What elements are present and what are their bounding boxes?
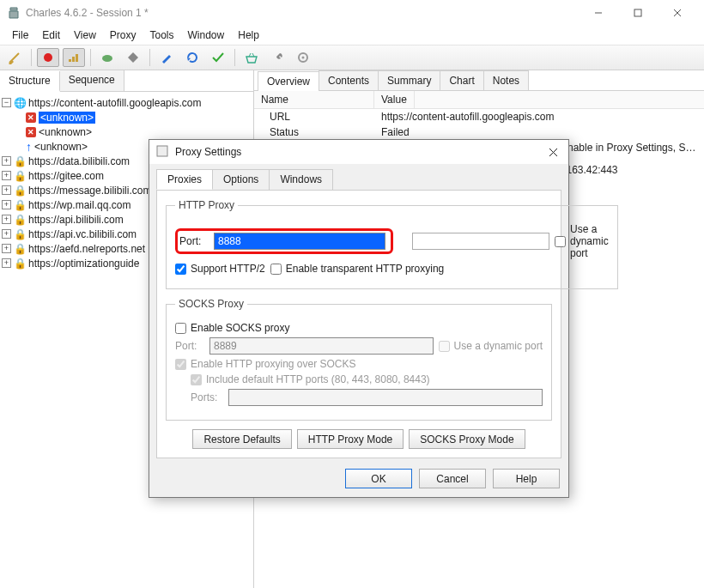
tab-options[interactable]: Options <box>212 169 270 190</box>
tab-structure[interactable]: Structure <box>0 71 60 92</box>
enable-socks-checkbox[interactable]: Enable SOCKS proxy <box>175 322 289 334</box>
http-port-input[interactable] <box>214 233 385 250</box>
menu-bar: File Edit View Proxy Tools Window Help <box>0 26 704 45</box>
error-icon: ✕ <box>26 112 36 123</box>
record-icon[interactable] <box>37 48 59 67</box>
tab-summary[interactable]: Summary <box>378 70 440 90</box>
http2-checkbox[interactable]: Support HTTP/2 <box>175 263 265 275</box>
col-name[interactable]: Name <box>254 91 374 108</box>
error-icon: ✕ <box>26 127 36 137</box>
menu-edit[interactable]: Edit <box>35 27 67 43</box>
socks-ports-label: Ports: <box>191 391 223 403</box>
menu-window[interactable]: Window <box>181 27 232 43</box>
tree-item[interactable]: ✕<unknown> <box>2 110 252 124</box>
lock-icon: 🔒 <box>14 214 26 226</box>
proxy-settings-dialog: Proxy Settings Proxies Options Windows H… <box>149 139 569 498</box>
cancel-button[interactable]: Cancel <box>419 469 486 488</box>
tree-item[interactable]: ✕<unknown> <box>2 124 252 139</box>
port-highlight: Port: <box>175 228 393 254</box>
menu-view[interactable]: View <box>67 27 103 43</box>
http-proxy-mode-button[interactable]: HTTP Proxy Mode <box>297 429 404 449</box>
overview-key: Status <box>254 124 374 140</box>
svg-rect-7 <box>76 54 78 62</box>
tab-chart[interactable]: Chart <box>440 70 483 90</box>
toolbar <box>0 45 704 70</box>
col-value[interactable]: Value <box>374 91 415 108</box>
socks-dynamic-checkbox: Use a dynamic port <box>439 340 543 352</box>
http-port-input-ext[interactable] <box>412 233 549 250</box>
svg-point-4 <box>44 53 52 62</box>
include-default-ports-checkbox: Include default HTTP ports (80, 443, 808… <box>191 373 430 385</box>
overview-value: https://content-autofill.googleapis.com <box>374 109 704 124</box>
svg-rect-6 <box>72 57 75 62</box>
window-title: Charles 4.6.2 - Session 1 * <box>26 7 579 19</box>
close-button[interactable] <box>658 0 697 26</box>
svg-point-8 <box>102 55 112 62</box>
broom-icon[interactable] <box>3 48 26 67</box>
settings-icon[interactable] <box>292 48 314 67</box>
dialog-icon <box>156 145 170 160</box>
menu-tools[interactable]: Tools <box>143 27 181 43</box>
menu-file[interactable]: File <box>5 27 35 43</box>
globe-icon: 🌐 <box>14 97 26 109</box>
tab-contents[interactable]: Contents <box>319 70 379 90</box>
basket-icon[interactable] <box>240 48 263 67</box>
overview-value: Failed <box>374 124 704 140</box>
restore-defaults-button[interactable]: Restore Defaults <box>192 429 291 449</box>
tab-notes[interactable]: Notes <box>483 70 529 90</box>
right-tabs: Overview Contents Summary Chart Notes <box>254 70 704 91</box>
left-tabs: Structure Sequence <box>0 70 253 92</box>
help-button[interactable]: Help <box>493 469 560 488</box>
lock-icon: 🔒 <box>14 155 26 167</box>
tree-root[interactable]: −🌐https://content-autofill.googleapis.co… <box>2 95 252 110</box>
socks-port-input <box>209 337 434 355</box>
pen-icon[interactable] <box>155 48 178 67</box>
http-proxy-legend: HTTP Proxy <box>175 199 238 211</box>
svg-rect-12 <box>157 146 167 156</box>
transparent-checkbox[interactable]: Enable transparent HTTP proxying <box>270 263 445 275</box>
validate-icon[interactable] <box>207 48 229 67</box>
title-bar: Charles 4.6.2 - Session 1 * <box>0 0 704 26</box>
tab-windows[interactable]: Windows <box>269 169 333 190</box>
tab-sequence[interactable]: Sequence <box>60 70 124 91</box>
repeat-icon[interactable] <box>181 48 203 67</box>
socks-proxy-legend: SOCKS Proxy <box>175 298 247 310</box>
lock-icon: 🔒 <box>14 228 26 240</box>
overview-row[interactable]: StatusFailed <box>254 124 704 140</box>
tab-proxies[interactable]: Proxies <box>156 169 213 190</box>
overview-key: URL <box>254 109 374 124</box>
upload-icon: ↑ <box>26 140 32 154</box>
minimize-button[interactable] <box>579 0 618 26</box>
tab-overview[interactable]: Overview <box>258 71 319 91</box>
overview-row[interactable]: URLhttps://content-autofill.googleapis.c… <box>254 109 704 124</box>
maximize-button[interactable] <box>618 0 658 26</box>
svg-marker-9 <box>128 52 138 63</box>
dynamic-port-checkbox[interactable]: Use a dynamic port <box>555 223 609 259</box>
turtle-icon[interactable] <box>96 48 118 67</box>
lock-icon: 🔒 <box>14 199 26 211</box>
svg-rect-5 <box>69 59 71 62</box>
svg-rect-1 <box>634 9 641 16</box>
app-icon <box>7 6 21 20</box>
menu-proxy[interactable]: Proxy <box>103 27 143 43</box>
socks-port-label: Port: <box>175 340 204 352</box>
menu-help[interactable]: Help <box>231 27 266 43</box>
socks-proxy-group: SOCKS Proxy Enable SOCKS proxy Port: Use… <box>166 298 552 421</box>
ok-button[interactable]: OK <box>345 469 412 488</box>
dialog-tabs: Proxies Options Windows <box>149 164 568 190</box>
socks-proxy-mode-button[interactable]: SOCKS Proxy Mode <box>409 429 525 449</box>
dialog-title: Proxy Settings <box>175 146 537 158</box>
lock-icon: 🔒 <box>14 170 26 182</box>
http-over-socks-checkbox: Enable HTTP proxying over SOCKS <box>175 358 356 370</box>
overview-header: Name Value <box>254 91 704 109</box>
lock-icon: 🔒 <box>14 243 26 255</box>
breakpoint-icon[interactable] <box>122 48 144 67</box>
svg-point-11 <box>302 57 305 59</box>
socks-ports-input <box>228 389 543 406</box>
dialog-close-button[interactable] <box>537 140 568 164</box>
http-proxy-group: HTTP Proxy Port: Use a dynamic port Supp… <box>166 199 618 289</box>
throttle-icon[interactable] <box>63 48 85 67</box>
lock-icon: 🔒 <box>14 258 26 270</box>
http-port-label: Port: <box>179 235 209 247</box>
tools-icon[interactable] <box>266 48 288 67</box>
